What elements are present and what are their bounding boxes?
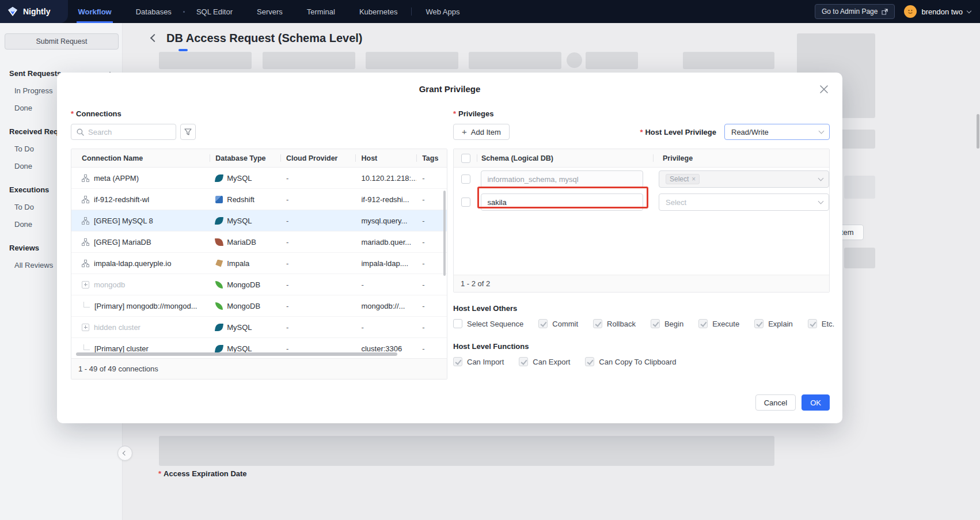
placeholder-circle [567,52,582,68]
checkbox[interactable] [453,319,462,328]
funnel-icon [184,128,192,135]
table-row[interactable]: impala-ldap.queryple.io Impala - impala-… [71,253,447,274]
horizontal-scrollbar[interactable] [76,352,397,356]
schema-input[interactable] [481,170,643,188]
checkbox-label: Select Sequence [467,320,523,328]
table-row-selected[interactable]: [GREG] MySQL 8 MySQL - mysql.query... - [71,210,447,231]
database-type: MySQL [227,323,252,332]
mysql-icon [215,345,223,352]
ok-button[interactable]: OK [802,394,830,411]
host: mariadb.quer... [355,238,416,246]
row-checkbox[interactable] [461,198,470,207]
expand-icon[interactable] [82,281,89,289]
checkbox[interactable] [585,357,594,366]
privilege-select[interactable]: Select [659,170,829,188]
checkbox[interactable] [453,357,462,366]
table-row[interactable]: meta (APPM) MySQL - 10.120.21.218:... - [71,168,447,189]
checkbox-begin[interactable]: Begin [651,319,683,328]
connections-table-body: meta (APPM) MySQL - 10.120.21.218:... - … [71,168,447,359]
nav-item-kubernetes[interactable]: Kubernetes [359,0,398,23]
submit-request-button[interactable]: Submit Request [5,33,119,50]
nav-item-servers[interactable]: Servers [257,0,283,23]
checkbox-label: Explain [768,320,793,328]
privilege-select[interactable]: Select [659,193,829,211]
checkbox-can-copy-to-clipboard[interactable]: Can Copy To Clipboard [585,357,676,366]
checkbox-explain[interactable]: Explain [754,319,793,328]
mysql-icon [215,217,223,225]
host: if-912-redshi... [355,195,416,204]
user-menu[interactable]: brendon two [904,5,971,18]
cloud-provider: - [280,259,356,268]
table-row[interactable]: [GREG] MariaDB MariaDB - mariadb.quer...… [71,231,447,253]
querypie-logo-icon [7,6,18,17]
collapse-panel-button[interactable] [117,446,132,461]
go-to-admin-page-button[interactable]: Go to Admin Page [815,4,895,19]
table-row[interactable]: if-912-redshift-wl Redshift - if-912-red… [71,189,447,210]
checkbox-label: Rollback [607,320,636,328]
table-row-cluster[interactable]: hidden cluster MySQL - - - [71,317,447,338]
checkbox[interactable] [754,319,764,328]
filter-button[interactable] [180,124,196,140]
nav-item-sql-editor[interactable]: SQL Editor [196,0,233,23]
checkbox-commit[interactable]: Commit [538,319,578,328]
checkbox[interactable] [651,319,660,328]
checkbox[interactable] [698,319,708,328]
search-input[interactable] [88,128,170,136]
add-item-button[interactable]: Add Item [453,124,510,140]
checkbox-can-export[interactable]: Can Export [519,357,570,366]
nav-item-databases[interactable]: Databases [136,0,172,23]
close-icon[interactable] [817,82,831,96]
table-row-child[interactable]: [Primary] mongodb://mongod... MongoDB - … [71,295,447,317]
checkbox[interactable] [808,319,817,328]
checkbox-select-sequence[interactable]: Select Sequence [453,319,523,328]
checkbox[interactable] [538,319,548,328]
row-checkbox[interactable] [461,174,470,184]
required-marker: * [453,109,456,118]
tags: - [416,174,447,183]
checkbox-label: Can Import [467,358,504,366]
schema-input-sakila[interactable] [481,193,643,211]
checkbox-etc[interactable]: Etc. [808,319,834,328]
checkbox-can-import[interactable]: Can Import [453,357,504,366]
tags: - [416,238,447,246]
column-header-privilege[interactable]: Privilege [653,149,829,167]
checkbox[interactable] [593,319,602,328]
column-header-schema[interactable]: Schema (Logical DB) [477,149,653,167]
privilege-row: Select [454,168,829,191]
nav-item-workflow[interactable]: Workflow [78,0,111,23]
placeholder-block [263,52,355,69]
expand-icon[interactable] [82,324,89,331]
cancel-button[interactable]: Cancel [755,394,796,411]
vertical-scrollbar[interactable] [443,191,446,276]
connection-name: impala-ldap.queryple.io [94,259,171,268]
checkbox[interactable] [519,357,528,366]
page-scrollbar[interactable] [977,114,979,149]
table-row-cluster[interactable]: mongodb MongoDB - - - [71,274,447,295]
column-header-host[interactable]: Host [355,149,416,167]
nav-item-terminal[interactable]: Terminal [307,0,335,23]
checkbox-execute[interactable]: Execute [698,319,739,328]
select-all-checkbox[interactable] [461,154,470,163]
nav-item-web-apps[interactable]: Web Apps [426,0,459,23]
column-header-tags[interactable]: Tags [416,149,447,167]
connections-toolbar [71,124,196,140]
host-level-privilege-select[interactable]: Read/Write [724,124,830,140]
section-label: Sent Requests [9,69,61,78]
brand-logo[interactable]: Nightly [0,6,50,17]
column-header-database-type[interactable]: Database Type [210,149,280,167]
privileges-label: *Privileges [453,109,494,118]
column-header-cloud-provider[interactable]: Cloud Provider [280,149,356,167]
connection-icon [82,260,89,267]
placeholder-block [366,52,458,69]
table-row-child[interactable]: [Primary] cluster MySQL - cluster:3306 - [71,338,447,359]
database-type: MySQL [227,217,252,225]
nav-separator-pipe [411,7,412,16]
checkbox-rollback[interactable]: Rollback [593,319,636,328]
search-box [71,124,176,140]
privilege-tag[interactable]: Select [666,174,700,184]
back-button[interactable] [151,33,157,43]
active-tab-indicator [178,49,188,51]
admin-button-label: Go to Admin Page [822,7,878,16]
column-header-connection-name[interactable]: Connection Name [71,149,210,167]
cloud-provider: - [280,238,356,246]
